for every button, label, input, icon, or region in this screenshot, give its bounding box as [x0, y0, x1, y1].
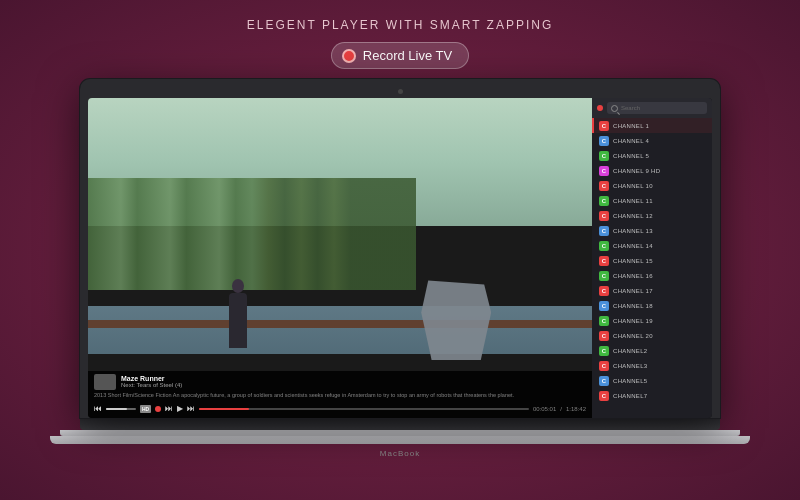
channel-list: CCHANNEL 1CCHANNEL 4CCHANNEL 5CCHANNEL 9… — [592, 118, 712, 418]
app-header: ELEGENT PLAYER WITH SMART ZAPPING — [0, 0, 800, 42]
channel-name: CHANNEL 17 — [613, 288, 653, 294]
time-total: 1:18:42 — [566, 406, 586, 412]
channel-name: CHANNEL 10 — [613, 183, 653, 189]
search-placeholder: Search — [621, 105, 640, 111]
channel-item[interactable]: CCHANNEL 9 HD — [592, 163, 712, 178]
screen-border: Maze Runner Next: Tears of Steel (4) 201… — [80, 79, 720, 418]
record-icon — [342, 49, 356, 63]
movie-desc: 2013 Short Film/Science Fiction An apoca… — [94, 392, 586, 399]
play-button[interactable]: ▶ — [177, 404, 183, 413]
player-info-bar: Maze Runner Next: Tears of Steel (4) 201… — [88, 371, 592, 418]
channel-icon: C — [599, 346, 609, 356]
player-controls: ⏮ HD ⏭ ▶ ⏭ 00:05:01 / — [94, 402, 586, 415]
channel-icon: C — [599, 226, 609, 236]
channel-name: CHANNEL 15 — [613, 258, 653, 264]
channel-icon: C — [599, 271, 609, 281]
bridge — [88, 320, 592, 328]
progress-bar[interactable] — [199, 408, 529, 410]
movie-title: Maze Runner — [121, 375, 182, 382]
volume-fill — [106, 408, 127, 410]
channel-name: CHANNEL 13 — [613, 228, 653, 234]
rec-indicator — [155, 406, 161, 412]
channel-item[interactable]: CCHANNEL 13 — [592, 223, 712, 238]
channel-name: CHANNEL5 — [613, 378, 647, 384]
water — [88, 306, 592, 354]
channel-icon: C — [599, 121, 609, 131]
channel-icon: C — [599, 391, 609, 401]
player-area: Maze Runner Next: Tears of Steel (4) 201… — [88, 98, 592, 418]
channel-name: CHANNEL2 — [613, 348, 647, 354]
app-title: ELEGENT PLAYER WITH SMART ZAPPING — [247, 18, 554, 32]
channel-name: CHANNEL 20 — [613, 333, 653, 339]
record-live-tv-button[interactable]: Record Live TV — [331, 42, 469, 69]
hd-badge: HD — [140, 405, 151, 413]
screen: Maze Runner Next: Tears of Steel (4) 201… — [88, 98, 712, 418]
channel-icon: C — [599, 181, 609, 191]
channel-icon: C — [599, 361, 609, 371]
channel-icon: C — [599, 211, 609, 221]
channel-name: CHANNEL 11 — [613, 198, 653, 204]
channel-item[interactable]: CCHANNEL2 — [592, 343, 712, 358]
channel-item[interactable]: CCHANNEL 4 — [592, 133, 712, 148]
bottom-bezel — [80, 418, 720, 430]
channel-icon: C — [599, 301, 609, 311]
channel-name: CHANNEL 14 — [613, 243, 653, 249]
record-btn-wrapper: Record Live TV — [331, 42, 469, 69]
sidebar-dot — [597, 105, 603, 111]
record-btn-label: Record Live TV — [363, 48, 452, 63]
channel-item[interactable]: CCHANNEL 5 — [592, 148, 712, 163]
channel-item[interactable]: CCHANNEL 15 — [592, 253, 712, 268]
channel-icon: C — [599, 241, 609, 251]
channel-name: CHANNEL7 — [613, 393, 647, 399]
thumbnail — [94, 374, 116, 390]
sidebar-header: Search — [592, 98, 712, 118]
channel-icon: C — [599, 376, 609, 386]
trees — [88, 178, 416, 290]
channel-icon: C — [599, 196, 609, 206]
volume-bar[interactable] — [106, 408, 136, 410]
channel-name: CHANNEL 16 — [613, 273, 653, 279]
camera-dot — [398, 89, 403, 94]
movie-subtitle: Next: Tears of Steel (4) — [121, 382, 182, 388]
search-icon — [611, 105, 618, 112]
channel-item[interactable]: CCHANNEL 16 — [592, 268, 712, 283]
channel-name: CHANNEL 19 — [613, 318, 653, 324]
person-figure — [229, 293, 247, 348]
channel-icon: C — [599, 316, 609, 326]
channel-name: CHANNEL 4 — [613, 138, 649, 144]
channel-item[interactable]: CCHANNEL5 — [592, 373, 712, 388]
channel-item[interactable]: CCHANNEL 14 — [592, 238, 712, 253]
channel-name: CHANNEL 9 HD — [613, 168, 660, 174]
channel-item[interactable]: CCHANNEL 17 — [592, 283, 712, 298]
channel-item[interactable]: CCHANNEL 1 — [592, 118, 712, 133]
base — [50, 436, 750, 444]
channel-icon: C — [599, 256, 609, 266]
skip-forward-button[interactable]: ⏭ — [187, 404, 195, 413]
robot-figure — [421, 280, 491, 360]
channel-name: CHANNEL3 — [613, 363, 647, 369]
skip-back-button[interactable]: ⏭ — [165, 404, 173, 413]
channel-item[interactable]: CCHANNEL 10 — [592, 178, 712, 193]
channel-item[interactable]: CCHANNEL 18 — [592, 298, 712, 313]
channel-name: CHANNEL 5 — [613, 153, 649, 159]
channel-item[interactable]: CCHANNEL 20 — [592, 328, 712, 343]
channel-sidebar: Search CCHANNEL 1CCHANNEL 4CCHANNEL 5CCH… — [592, 98, 712, 418]
macbook-label: MacBook — [380, 449, 420, 458]
channel-item[interactable]: CCHANNEL7 — [592, 388, 712, 403]
channel-item[interactable]: CCHANNEL 11 — [592, 193, 712, 208]
channel-item[interactable]: CCHANNEL 12 — [592, 208, 712, 223]
channel-item[interactable]: CCHANNEL 19 — [592, 313, 712, 328]
progress-fill — [199, 408, 248, 410]
search-box[interactable]: Search — [607, 102, 707, 114]
channel-icon: C — [599, 166, 609, 176]
rewind-button[interactable]: ⏮ — [94, 404, 102, 413]
time-sep: / — [560, 406, 562, 412]
channel-name: CHANNEL 1 — [613, 123, 649, 129]
channel-icon: C — [599, 286, 609, 296]
channel-icon: C — [599, 136, 609, 146]
title-row: Maze Runner Next: Tears of Steel (4) — [94, 374, 586, 390]
channel-icon: C — [599, 151, 609, 161]
macbook-frame: Maze Runner Next: Tears of Steel (4) 201… — [70, 79, 730, 458]
channel-item[interactable]: CCHANNEL3 — [592, 358, 712, 373]
channel-name: CHANNEL 12 — [613, 213, 653, 219]
